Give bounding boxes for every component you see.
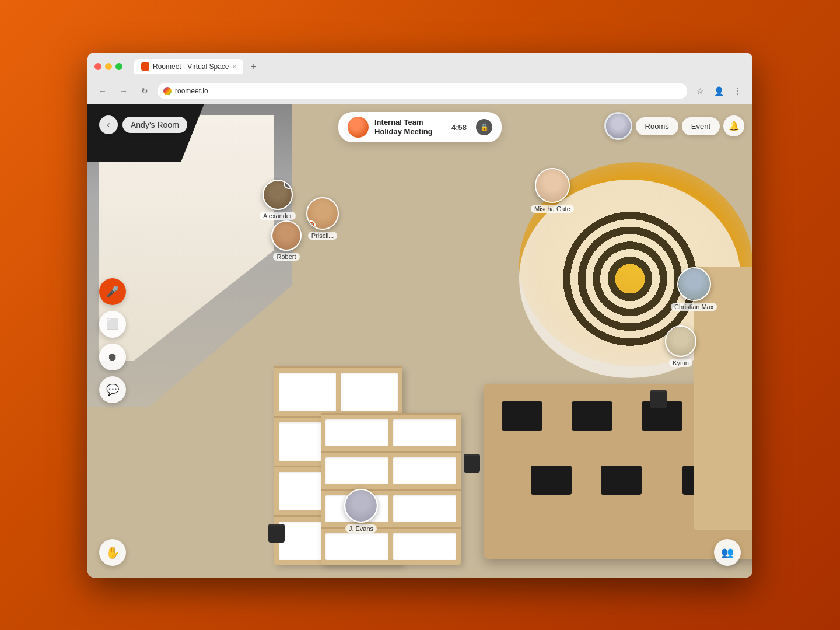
shelf-right	[321, 413, 461, 565]
new-tab-button[interactable]: +	[246, 58, 262, 75]
monitor-2	[572, 401, 612, 430]
mic-icon: 🎤	[106, 285, 119, 298]
back-button[interactable]: ←	[94, 83, 111, 99]
bell-button[interactable]: 🔔	[723, 116, 744, 136]
screen-icon: ⬜	[106, 318, 119, 331]
avatar-name-label: Robert	[273, 253, 299, 261]
bottom-left-area: ✋	[99, 539, 126, 566]
event-nav-button[interactable]: Event	[682, 117, 720, 135]
chat-icon: 💬	[106, 383, 119, 396]
user-avatar-robert[interactable]: Robert	[271, 220, 302, 261]
room-header: ‹ Andy's Room	[99, 116, 187, 134]
user-avatar-top	[604, 112, 632, 140]
avatar-circle	[677, 267, 711, 301]
avatar-name-label: Kyian	[669, 359, 692, 367]
active-tab[interactable]: Roomeet - Virtual Space ×	[134, 59, 243, 74]
avatar-name-label: Alexander	[260, 212, 296, 220]
people-icon: 👥	[721, 546, 734, 559]
meeting-lock-button[interactable]: 🔒	[476, 119, 492, 135]
maximize-traffic-light[interactable]	[116, 63, 123, 70]
hand-icon: ✋	[106, 545, 120, 559]
meeting-info: Internal Team Holiday Meeting	[374, 118, 446, 136]
avatar-face	[666, 327, 695, 356]
tab-bar: Roomeet - Virtual Space × +	[134, 58, 262, 75]
lock-icon: 🔒	[480, 123, 489, 131]
traffic-lights	[94, 63, 123, 70]
google-icon	[163, 87, 172, 95]
people-button[interactable]: 👥	[714, 539, 741, 566]
meeting-card[interactable]: Internal Team Holiday Meeting 4:58 🔒	[338, 112, 502, 142]
monitor-5	[601, 466, 642, 495]
tab-favicon	[141, 62, 149, 71]
meeting-title-line1: Internal Team	[374, 118, 446, 127]
close-traffic-light[interactable]	[94, 63, 102, 70]
browser-chrome: Roomeet - Virtual Space × + ← → ↻ roomee…	[88, 52, 752, 104]
avatar-name-label: Priscil...	[308, 232, 338, 240]
avatar-number-badge: 38	[284, 180, 293, 189]
avatar-name-label: J. Evans	[345, 524, 377, 533]
bottom-right-area: 👥	[714, 539, 741, 566]
meeting-title-line2: Holiday Meeting	[374, 127, 446, 136]
monitor-4	[531, 466, 572, 495]
user-avatar-priscil---[interactable]: 🎤Priscil...	[306, 197, 339, 240]
room-name-label: Andy's Room	[123, 117, 187, 133]
user-avatar-mischa-gate[interactable]: Mischa Gate	[531, 168, 574, 213]
tab-close-button[interactable]: ×	[233, 63, 236, 70]
menu-button[interactable]: ⋮	[729, 83, 746, 99]
profile-button[interactable]: 👤	[710, 83, 727, 99]
refresh-button[interactable]: ↻	[136, 83, 153, 99]
meeting-avatar-image	[348, 117, 369, 138]
bell-icon: 🔔	[729, 121, 740, 131]
meeting-timer: 4:58	[452, 123, 470, 132]
avatar-mic-badge: 🎤	[306, 220, 316, 230]
trash-can-3	[268, 524, 285, 542]
avatar-face	[272, 222, 300, 250]
tab-title: Roomeet - Virtual Space	[153, 62, 229, 71]
avatar-circle: 38	[262, 180, 293, 210]
user-avatar-j--evans[interactable]: J. Evans	[344, 489, 378, 533]
avatar-circle	[535, 168, 570, 203]
user-avatar-alexander[interactable]: 38Alexander	[260, 180, 296, 220]
main-content: ‹ Andy's Room Internal Team Holiday Meet…	[88, 104, 752, 578]
browser-toolbar: ← → ↻ roomeet.io ☆ 👤 ⋮	[94, 79, 746, 104]
raise-hand-button[interactable]: ✋	[99, 539, 126, 566]
bookmark-button[interactable]: ☆	[692, 83, 708, 99]
trash-can-2	[650, 390, 667, 408]
record-button[interactable]: ⏺	[99, 344, 126, 370]
screen-share-button[interactable]: ⬜	[99, 311, 126, 338]
forward-button[interactable]: →	[116, 83, 132, 99]
browser-actions: ☆ 👤 ⋮	[692, 83, 746, 99]
avatar-name-label: Mischa Gate	[531, 205, 574, 213]
browser-window: Roomeet - Virtual Space × + ← → ↻ roomee…	[88, 52, 752, 578]
rooms-nav-button[interactable]: Rooms	[636, 117, 678, 135]
avatar-face	[345, 490, 377, 522]
avatar-face	[678, 268, 710, 300]
avatar-circle	[344, 489, 378, 523]
chat-button[interactable]: 💬	[99, 376, 126, 403]
user-avatar-kyian[interactable]: Kyian	[665, 326, 696, 367]
record-icon: ⏺	[107, 351, 118, 363]
mic-button[interactable]: 🎤	[99, 278, 126, 305]
user-avatar-christian-max[interactable]: Christian Max	[671, 267, 717, 311]
avatar-circle	[665, 326, 696, 357]
url-text: roomeet.io	[175, 87, 681, 95]
avatar-name-label: Christian Max	[671, 303, 717, 311]
avatar-face	[536, 169, 569, 202]
office-scene	[88, 104, 752, 578]
address-bar[interactable]: roomeet.io	[158, 83, 687, 99]
meeting-avatar	[348, 117, 369, 138]
monitor-1	[502, 401, 542, 430]
avatar-circle: 🎤	[306, 197, 339, 230]
control-panel: 🎤 ⬜ ⏺ 💬	[99, 278, 126, 403]
top-right-nav: Rooms Event 🔔	[604, 112, 744, 140]
back-room-button[interactable]: ‹	[99, 116, 118, 134]
minimize-traffic-light[interactable]	[105, 63, 112, 70]
trash-can-1	[464, 454, 480, 473]
avatar-circle	[271, 220, 302, 251]
browser-titlebar: Roomeet - Virtual Space × +	[94, 58, 746, 75]
